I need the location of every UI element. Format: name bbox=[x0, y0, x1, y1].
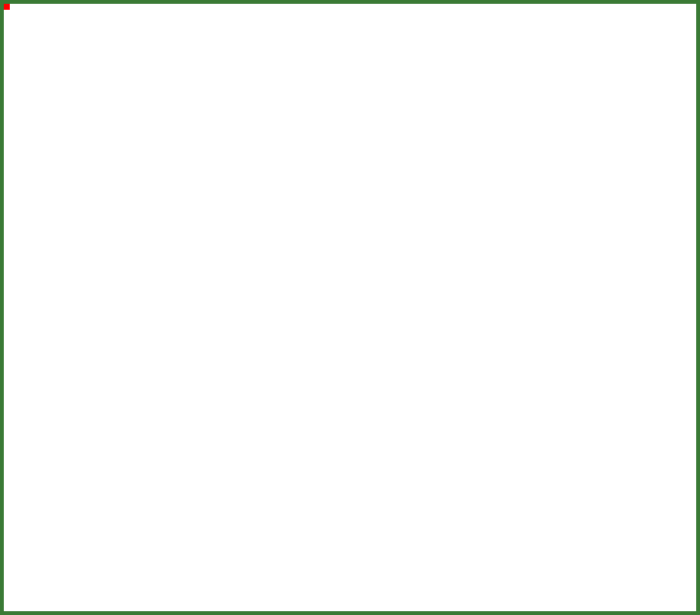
selection-highlight-box bbox=[4, 4, 10, 10]
spreadsheet-frame bbox=[0, 0, 700, 615]
